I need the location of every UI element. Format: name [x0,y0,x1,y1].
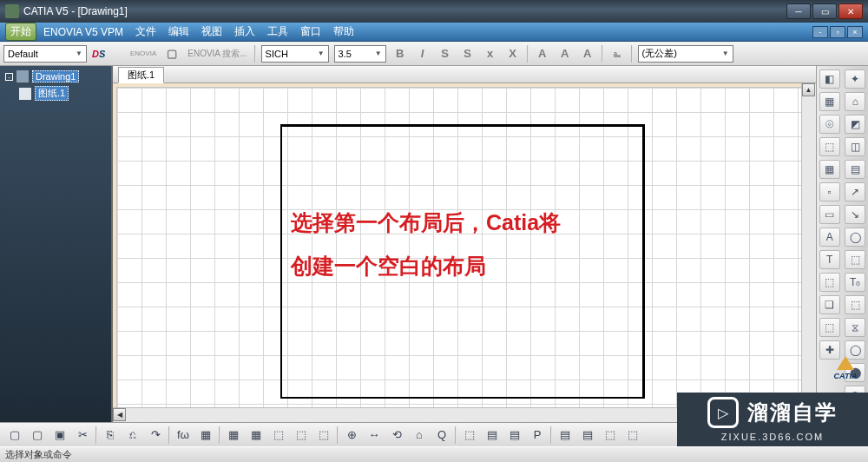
rtb2-tool-10[interactable]: ⬚ [845,295,865,314]
app-icon [5,4,19,18]
drawing-panel: 图纸.1 选择第一个布局后，Catia将 创建一个空白的布局 ▲ ▼ ◀ ▶ [113,66,816,422]
overline-button[interactable]: S [459,45,477,63]
menu-view[interactable]: 视图 [196,23,227,41]
menu-bar: 开始 ENOVIA V5 VPM 文件 编辑 视图 插入 工具 窗口 帮助 - … [0,23,868,42]
scroll-left-button[interactable]: ◀ [113,408,126,421]
insert-symbol-button[interactable]: ⎁ [608,45,626,63]
tree-sheet[interactable]: 图纸.1 [17,85,108,102]
tolerance-selector[interactable]: (无公差) ▼ [638,45,733,63]
minimize-button[interactable]: ─ [786,3,811,19]
scroll-up-button[interactable]: ▲ [802,83,815,96]
bottom-tool-25[interactable]: ⬚ [601,426,620,445]
tree-root[interactable]: - Drawing1 [3,69,108,83]
mdi-minimize-button[interactable]: - [812,26,828,38]
bottom-tool-13[interactable]: ⬚ [314,426,333,445]
bottom-tool-12[interactable]: ⬚ [292,426,311,445]
strike-button[interactable]: S [437,45,454,63]
collapse-icon[interactable]: - [5,73,13,81]
bottom-tool-17[interactable]: ⌂ [410,426,429,445]
bottom-tool-26[interactable]: ⬚ [623,426,642,445]
size-selector[interactable]: 3.5 ▼ [334,45,386,63]
rtb2-tool-2[interactable]: ◩ [845,115,865,134]
menu-insert[interactable]: 插入 [229,23,260,41]
rtb1-tool-1[interactable]: ▦ [819,92,840,111]
text-style-a2[interactable]: A [556,45,574,63]
subscript-button[interactable]: x [482,45,499,63]
bold-button[interactable]: B [391,45,409,63]
style-selector[interactable]: Default ▼ [3,45,87,63]
text-style-a3[interactable]: A [579,45,596,63]
bottom-tool-21[interactable]: ▤ [505,426,524,445]
bottom-tool-0[interactable]: ▢ [5,426,24,445]
rtb1-tool-11[interactable]: ⬚ [819,318,840,337]
rtb1-tool-2[interactable]: ⦾ [819,115,840,134]
superscript-button[interactable]: X [504,45,522,63]
menu-start[interactable]: 开始 [5,23,36,41]
enovia-search-icon[interactable]: ▢ [163,45,181,63]
status-bar: 选择对象或命令 [0,446,868,462]
main-toolbar: Default ▼ DS ENOVIA ▢ ENOVIA 搜索... SICH … [0,42,868,66]
rtb1-tool-5[interactable]: ▫ [819,182,840,201]
rtb1-tool-9[interactable]: ⬚ [819,273,840,292]
bottom-tool-7[interactable]: fω [174,426,193,445]
bottom-tool-16[interactable]: ⟲ [387,426,406,445]
catia-corner-logo: CATIA [828,356,863,391]
bottom-tool-18[interactable]: Q [432,426,451,445]
rtb2-tool-9[interactable]: T₀ [845,273,865,292]
drawing-canvas[interactable]: 选择第一个布局后，Catia将 创建一个空白的布局 [116,87,812,422]
mdi-close-button[interactable]: × [847,26,863,38]
bottom-tool-1[interactable]: ▢ [28,426,47,445]
brand-name: 溜溜自学 [747,399,838,426]
sheet-tab-active[interactable]: 图纸.1 [118,67,164,83]
rtb2-tool-5[interactable]: ↗ [845,182,865,201]
menu-help[interactable]: 帮助 [328,23,359,41]
rtb1-tool-0[interactable]: ◧ [819,69,840,89]
maximize-button[interactable]: ▭ [812,3,837,19]
mdi-restore-button[interactable]: ▫ [830,26,845,38]
rtb1-tool-6[interactable]: ▭ [819,205,840,224]
menu-window[interactable]: 窗口 [295,23,326,41]
close-button[interactable]: ✕ [838,3,863,19]
font-selector[interactable]: SICH ▼ [261,45,329,63]
bottom-tool-20[interactable]: ▤ [483,426,502,445]
bottom-tool-24[interactable]: ▤ [578,426,597,445]
menu-tools[interactable]: 工具 [262,23,293,41]
rtb1-tool-8[interactable]: T [819,250,840,269]
bottom-tool-8[interactable]: ▦ [196,426,215,445]
rtb1-tool-10[interactable]: ❏ [819,295,840,314]
rtb2-tool-7[interactable]: ◯ [845,228,865,247]
catia-triangle-icon [837,356,854,370]
vertical-scrollbar[interactable]: ▲ ▼ [801,83,816,406]
tolerance-value: (无公差) [642,47,677,60]
bottom-tool-15[interactable]: ↔ [365,426,384,445]
bottom-tool-11[interactable]: ⬚ [269,426,288,445]
bottom-tool-3[interactable]: ✂ [73,426,92,445]
bottom-tool-10[interactable]: ▦ [247,426,266,445]
bottom-tool-9[interactable]: ▦ [224,426,243,445]
menu-enovia[interactable]: ENOVIA V5 VPM [38,24,128,40]
rtb2-tool-0[interactable]: ✦ [845,69,865,89]
rtb2-tool-1[interactable]: ⌂ [845,92,865,111]
menu-edit[interactable]: 编辑 [163,23,194,41]
bottom-tool-6[interactable]: ↷ [146,426,165,445]
bottom-tool-2[interactable]: ▣ [50,426,69,445]
spec-tree[interactable]: - Drawing1 图纸.1 [0,66,113,422]
rtb2-tool-3[interactable]: ◫ [845,137,865,156]
rtb2-tool-4[interactable]: ▤ [845,160,865,179]
bottom-tool-14[interactable]: ⊕ [342,426,361,445]
rtb1-tool-4[interactable]: ▦ [819,160,840,179]
bottom-tool-22[interactable]: P [528,426,547,445]
rtb2-tool-11[interactable]: ⧖ [845,318,865,337]
bottom-tool-4[interactable]: ⎘ [101,426,120,445]
text-style-a1[interactable]: A [534,45,551,63]
brand-overlay: ▷ 溜溜自学 ZIXUE.3D66.COM [677,393,868,446]
italic-button[interactable]: I [414,45,431,63]
bottom-tool-23[interactable]: ▤ [556,426,575,445]
rtb2-tool-8[interactable]: ⬚ [845,250,865,269]
bottom-tool-5[interactable]: ⎌ [123,426,142,445]
rtb1-tool-3[interactable]: ⬚ [819,137,840,156]
menu-file[interactable]: 文件 [130,23,161,41]
rtb2-tool-6[interactable]: ↘ [845,205,865,224]
bottom-tool-19[interactable]: ⬚ [460,426,479,445]
rtb1-tool-7[interactable]: A [819,228,840,247]
